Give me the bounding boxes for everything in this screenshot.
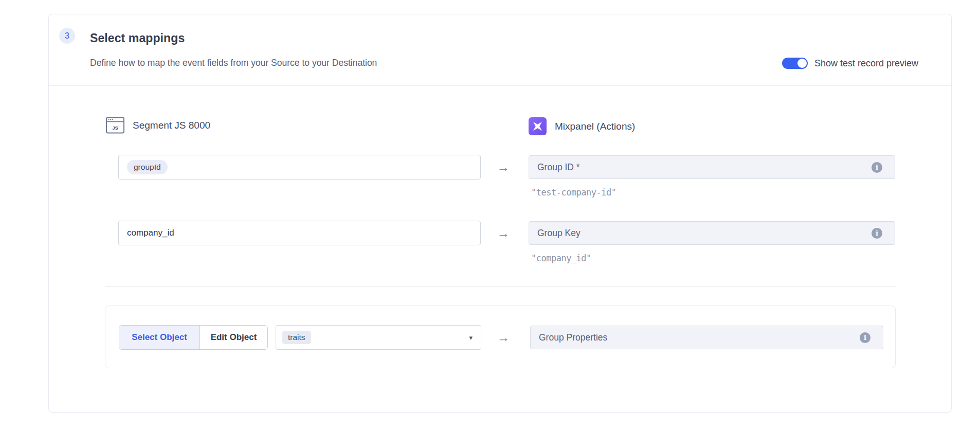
destination-field-label: Group Key bbox=[537, 228, 580, 239]
edit-object-button[interactable]: Edit Object bbox=[200, 326, 267, 349]
test-preview-value: "company_id" bbox=[531, 253, 591, 263]
test-preview-value: "test-company-id" bbox=[531, 187, 616, 198]
source-name: Segment JS 8000 bbox=[133, 120, 210, 131]
chevron-down-icon: ▾ bbox=[469, 334, 473, 342]
object-source-dropdown[interactable]: traits ▾ bbox=[276, 325, 481, 350]
destination-field-label: Group ID * bbox=[537, 162, 580, 173]
info-icon[interactable]: i bbox=[872, 228, 882, 239]
show-test-record-toggle[interactable] bbox=[782, 58, 808, 69]
destination-name: Mixpanel (Actions) bbox=[555, 121, 635, 132]
dropdown-selected-token: traits bbox=[282, 331, 311, 344]
mixpanel-icon bbox=[529, 117, 547, 135]
svg-text:JS: JS bbox=[112, 125, 118, 131]
page-title: Select mappings bbox=[90, 31, 185, 45]
destination-field-group-properties: Group Properties i bbox=[530, 326, 883, 349]
header-divider bbox=[49, 85, 951, 86]
destination-header: Mixpanel (Actions) bbox=[529, 117, 635, 135]
source-field-input-groupid[interactable]: groupId bbox=[118, 155, 481, 180]
page-subtitle: Define how to map the event fields from … bbox=[90, 58, 377, 68]
info-icon[interactable]: i bbox=[872, 162, 882, 173]
destination-field-group-key: Group Key i bbox=[529, 221, 895, 245]
browser-js-icon: JS bbox=[106, 117, 124, 134]
toggle-label: Show test record preview bbox=[814, 58, 918, 69]
test-record-preview-toggle-group: Show test record preview bbox=[782, 58, 918, 69]
mapping-arrow-icon: → bbox=[496, 330, 511, 345]
step-number-badge: 3 bbox=[59, 28, 75, 44]
select-object-button[interactable]: Select Object bbox=[119, 326, 200, 349]
object-mode-segmented-control: Select Object Edit Object bbox=[119, 325, 268, 350]
section-divider bbox=[105, 286, 896, 287]
source-value-text: company_id bbox=[127, 228, 174, 238]
select-mappings-card: 3 Select mappings Define how to map the … bbox=[48, 14, 952, 413]
toggle-knob bbox=[797, 59, 807, 68]
source-field-input-company-id[interactable]: company_id bbox=[118, 221, 481, 245]
mapping-arrow-icon: → bbox=[496, 226, 511, 241]
mapping-arrow-icon: → bbox=[496, 160, 511, 175]
source-value-token[interactable]: groupId bbox=[127, 160, 168, 174]
destination-field-group-id: Group ID * i bbox=[529, 155, 895, 179]
destination-field-label: Group Properties bbox=[539, 332, 607, 343]
info-icon[interactable]: i bbox=[860, 332, 870, 343]
source-header: JS Segment JS 8000 bbox=[106, 117, 210, 134]
